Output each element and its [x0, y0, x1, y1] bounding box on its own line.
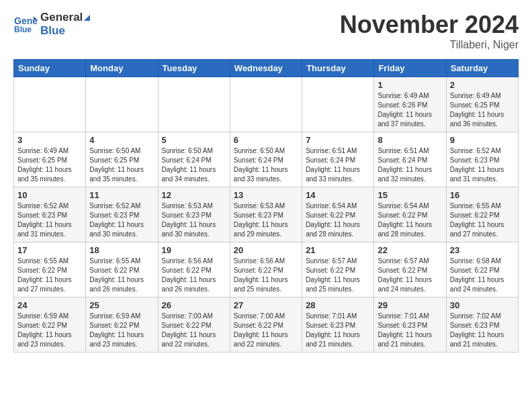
- day-detail: Sunrise: 6:55 AM Sunset: 6:22 PM Dayligh…: [450, 201, 515, 239]
- day-number: 13: [234, 190, 298, 200]
- month-title: November 2024: [340, 11, 519, 39]
- day-detail: Sunrise: 6:50 AM Sunset: 6:24 PM Dayligh…: [162, 146, 226, 184]
- day-detail: Sunrise: 6:55 AM Sunset: 6:22 PM Dayligh…: [89, 257, 154, 294]
- day-number: 25: [89, 300, 154, 310]
- day-number: 4: [89, 135, 154, 145]
- calendar-cell: 20Sunrise: 6:56 AM Sunset: 6:22 PM Dayli…: [230, 242, 302, 298]
- calendar-cell: 6Sunrise: 6:50 AM Sunset: 6:24 PM Daylig…: [230, 132, 302, 187]
- day-detail: Sunrise: 6:51 AM Sunset: 6:24 PM Dayligh…: [378, 146, 442, 184]
- day-number: 23: [450, 245, 515, 255]
- day-number: 21: [306, 245, 370, 255]
- weekday-header-sunday: Sunday: [14, 60, 86, 77]
- day-detail: Sunrise: 7:02 AM Sunset: 6:23 PM Dayligh…: [450, 312, 515, 349]
- week-row-3: 10Sunrise: 6:52 AM Sunset: 6:23 PM Dayli…: [14, 187, 519, 242]
- day-number: 30: [450, 300, 515, 310]
- day-detail: Sunrise: 6:58 AM Sunset: 6:22 PM Dayligh…: [450, 257, 515, 294]
- calendar-cell: 22Sunrise: 6:57 AM Sunset: 6:22 PM Dayli…: [374, 242, 446, 298]
- calendar-cell: 24Sunrise: 6:59 AM Sunset: 6:22 PM Dayli…: [14, 298, 86, 353]
- day-detail: Sunrise: 7:00 AM Sunset: 6:22 PM Dayligh…: [234, 312, 298, 349]
- day-number: 17: [17, 245, 82, 255]
- week-row-1: 1Sunrise: 6:49 AM Sunset: 6:26 PM Daylig…: [14, 77, 519, 132]
- calendar-cell: 2Sunrise: 6:49 AM Sunset: 6:25 PM Daylig…: [446, 77, 518, 132]
- calendar-cell: 7Sunrise: 6:51 AM Sunset: 6:24 PM Daylig…: [302, 132, 374, 187]
- calendar-cell: 8Sunrise: 6:51 AM Sunset: 6:24 PM Daylig…: [374, 132, 446, 187]
- page: General Blue General Blue November 2024 …: [0, 0, 532, 363]
- day-number: 24: [17, 300, 82, 310]
- day-detail: Sunrise: 6:53 AM Sunset: 6:23 PM Dayligh…: [162, 201, 226, 239]
- day-detail: Sunrise: 6:49 AM Sunset: 6:25 PM Dayligh…: [450, 91, 515, 129]
- logo-icon: General Blue: [13, 11, 38, 35]
- day-number: 26: [162, 300, 226, 310]
- day-detail: Sunrise: 7:01 AM Sunset: 6:23 PM Dayligh…: [306, 312, 370, 349]
- day-detail: Sunrise: 6:49 AM Sunset: 6:26 PM Dayligh…: [378, 91, 442, 129]
- day-number: 10: [17, 190, 82, 200]
- calendar-cell: 11Sunrise: 6:52 AM Sunset: 6:23 PM Dayli…: [86, 187, 158, 242]
- day-number: 20: [234, 245, 298, 255]
- day-number: 22: [378, 245, 442, 255]
- week-row-5: 24Sunrise: 6:59 AM Sunset: 6:22 PM Dayli…: [14, 298, 519, 353]
- day-number: 14: [306, 190, 370, 200]
- calendar-cell: 15Sunrise: 6:54 AM Sunset: 6:22 PM Dayli…: [374, 187, 446, 242]
- day-detail: Sunrise: 7:00 AM Sunset: 6:22 PM Dayligh…: [162, 312, 226, 349]
- calendar-cell: 14Sunrise: 6:54 AM Sunset: 6:22 PM Dayli…: [302, 187, 374, 242]
- day-detail: Sunrise: 7:01 AM Sunset: 6:23 PM Dayligh…: [378, 312, 442, 349]
- calendar-cell: 17Sunrise: 6:55 AM Sunset: 6:22 PM Dayli…: [14, 242, 86, 298]
- calendar-cell: 9Sunrise: 6:52 AM Sunset: 6:23 PM Daylig…: [446, 132, 518, 187]
- weekday-header-saturday: Saturday: [446, 60, 518, 77]
- header: General Blue General Blue November 2024 …: [13, 11, 519, 51]
- day-number: 12: [162, 190, 226, 200]
- calendar-cell: 29Sunrise: 7:01 AM Sunset: 6:23 PM Dayli…: [374, 298, 446, 353]
- calendar-cell: 1Sunrise: 6:49 AM Sunset: 6:26 PM Daylig…: [374, 77, 446, 132]
- weekday-header-wednesday: Wednesday: [230, 60, 302, 77]
- logo-general: General: [40, 11, 90, 24]
- calendar-cell: 5Sunrise: 6:50 AM Sunset: 6:24 PM Daylig…: [158, 132, 230, 187]
- logo: General Blue General Blue: [13, 11, 90, 38]
- weekday-header-row: SundayMondayTuesdayWednesdayThursdayFrid…: [14, 60, 519, 77]
- calendar-cell: 25Sunrise: 6:59 AM Sunset: 6:22 PM Dayli…: [86, 298, 158, 353]
- location: Tillaberi, Niger: [340, 39, 519, 51]
- day-number: 7: [306, 135, 370, 145]
- day-number: 29: [378, 300, 442, 310]
- calendar-cell: [302, 77, 374, 132]
- day-detail: Sunrise: 6:55 AM Sunset: 6:22 PM Dayligh…: [17, 257, 82, 294]
- weekday-header-thursday: Thursday: [302, 60, 374, 77]
- title-section: November 2024 Tillaberi, Niger: [340, 11, 519, 51]
- svg-text:Blue: Blue: [14, 25, 32, 34]
- calendar-cell: 23Sunrise: 6:58 AM Sunset: 6:22 PM Dayli…: [446, 242, 518, 298]
- day-detail: Sunrise: 6:50 AM Sunset: 6:25 PM Dayligh…: [89, 146, 154, 184]
- day-number: 1: [378, 80, 442, 90]
- day-detail: Sunrise: 6:57 AM Sunset: 6:22 PM Dayligh…: [306, 257, 370, 294]
- calendar-cell: [230, 77, 302, 132]
- calendar-cell: 19Sunrise: 6:56 AM Sunset: 6:22 PM Dayli…: [158, 242, 230, 298]
- day-detail: Sunrise: 6:52 AM Sunset: 6:23 PM Dayligh…: [17, 201, 82, 239]
- calendar-cell: 27Sunrise: 7:00 AM Sunset: 6:22 PM Dayli…: [230, 298, 302, 353]
- weekday-header-monday: Monday: [86, 60, 158, 77]
- day-number: 15: [378, 190, 442, 200]
- day-number: 18: [89, 245, 154, 255]
- day-detail: Sunrise: 6:50 AM Sunset: 6:24 PM Dayligh…: [234, 146, 298, 184]
- calendar-cell: 21Sunrise: 6:57 AM Sunset: 6:22 PM Dayli…: [302, 242, 374, 298]
- day-detail: Sunrise: 6:52 AM Sunset: 6:23 PM Dayligh…: [89, 201, 154, 239]
- day-number: 28: [306, 300, 370, 310]
- logo-blue: Blue: [40, 24, 90, 38]
- day-detail: Sunrise: 6:59 AM Sunset: 6:22 PM Dayligh…: [17, 312, 82, 349]
- calendar-cell: 26Sunrise: 7:00 AM Sunset: 6:22 PM Dayli…: [158, 298, 230, 353]
- day-number: 2: [450, 80, 515, 90]
- day-detail: Sunrise: 6:51 AM Sunset: 6:24 PM Dayligh…: [306, 146, 370, 184]
- calendar-cell: [158, 77, 230, 132]
- day-number: 5: [162, 135, 226, 145]
- calendar-cell: 16Sunrise: 6:55 AM Sunset: 6:22 PM Dayli…: [446, 187, 518, 242]
- weekday-header-friday: Friday: [374, 60, 446, 77]
- calendar-cell: 12Sunrise: 6:53 AM Sunset: 6:23 PM Dayli…: [158, 187, 230, 242]
- weekday-header-tuesday: Tuesday: [158, 60, 230, 77]
- day-detail: Sunrise: 6:59 AM Sunset: 6:22 PM Dayligh…: [89, 312, 154, 349]
- calendar-cell: [14, 77, 86, 132]
- day-number: 19: [162, 245, 226, 255]
- week-row-4: 17Sunrise: 6:55 AM Sunset: 6:22 PM Dayli…: [14, 242, 519, 298]
- day-number: 6: [234, 135, 298, 145]
- calendar-table: SundayMondayTuesdayWednesdayThursdayFrid…: [13, 59, 519, 353]
- day-detail: Sunrise: 6:54 AM Sunset: 6:22 PM Dayligh…: [378, 201, 442, 239]
- calendar-cell: [86, 77, 158, 132]
- day-detail: Sunrise: 6:56 AM Sunset: 6:22 PM Dayligh…: [234, 257, 298, 294]
- day-detail: Sunrise: 6:54 AM Sunset: 6:22 PM Dayligh…: [306, 201, 370, 239]
